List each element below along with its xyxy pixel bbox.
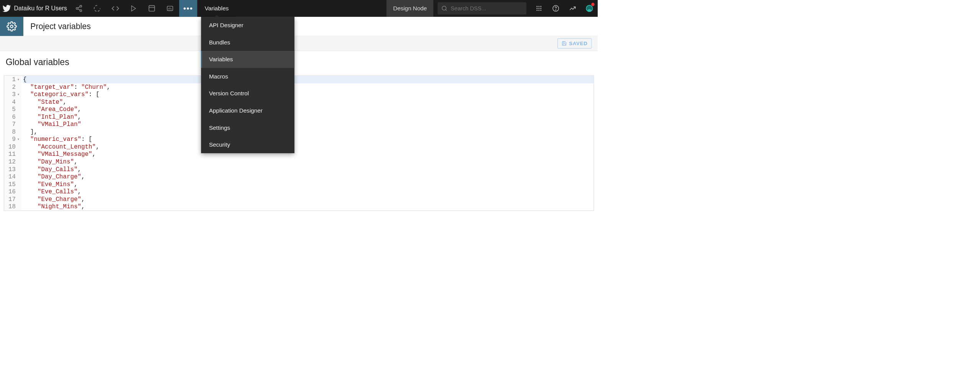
code-icon[interactable] [106, 0, 124, 17]
gutter-line: 18 [4, 203, 21, 211]
code-line[interactable]: "categoric_vars": [ [23, 91, 594, 98]
sub-header: Project variables [0, 17, 598, 36]
code-line[interactable]: "Eve_Calls", [23, 188, 594, 196]
gutter-line: 13 [4, 165, 21, 173]
code-line[interactable]: "VMail_Message", [23, 150, 594, 158]
gutter-line: 1▾ [4, 76, 21, 83]
gutter-line: 6 [4, 113, 21, 121]
flow-icon[interactable] [70, 0, 88, 17]
svg-point-23 [10, 25, 13, 28]
node-label[interactable]: Design Node [387, 0, 433, 17]
code-line[interactable]: "State", [23, 98, 594, 106]
save-icon [562, 41, 567, 46]
code-area[interactable]: { "target_var": "Churn", "categoric_vars… [21, 76, 594, 210]
gutter-line: 12 [4, 158, 21, 166]
breadcrumb-variables[interactable]: Variables [197, 0, 236, 17]
settings-gear-icon[interactable] [0, 17, 23, 36]
svg-point-17 [540, 8, 541, 9]
code-line[interactable]: "Day_Charge", [23, 173, 594, 181]
code-line[interactable]: "Day_Mins", [23, 158, 594, 166]
gutter-line: 15 [4, 181, 21, 188]
svg-point-18 [536, 10, 537, 11]
dropdown-item-bundles[interactable]: Bundles [201, 34, 294, 51]
search-box[interactable] [438, 2, 526, 15]
top-nav: Dataiku for R Users ••• Variables Design… [0, 0, 598, 17]
more-menu-icon[interactable]: ••• [179, 0, 198, 17]
code-line[interactable]: "Area_Code", [23, 106, 594, 113]
code-line[interactable]: "Night_Mins", [23, 203, 594, 211]
apps-grid-icon[interactable] [531, 0, 547, 17]
gutter-line: 7 [4, 121, 21, 128]
saved-label: SAVED [569, 40, 587, 46]
user-avatar-icon[interactable] [581, 0, 598, 17]
run-icon[interactable] [124, 0, 143, 17]
gutter-line: 8 [4, 128, 21, 136]
page-title: Project variables [23, 21, 98, 31]
svg-point-1 [76, 8, 78, 10]
gutter-line: 16 [4, 188, 21, 196]
code-line[interactable]: { [23, 76, 594, 83]
gutter-line: 4 [4, 98, 21, 106]
bird-logo-icon[interactable] [0, 4, 14, 13]
code-line[interactable]: "Day_Calls", [23, 165, 594, 173]
svg-point-13 [538, 6, 539, 7]
dropdown-item-security[interactable]: Security [201, 136, 294, 154]
dropdown-item-application-designer[interactable]: Application Designer [201, 102, 294, 119]
toolbar: SAVED [0, 36, 598, 51]
dropdown-item-settings[interactable]: Settings [201, 119, 294, 136]
code-line[interactable]: ], [23, 128, 594, 136]
tail-icons [531, 0, 598, 17]
notification-dot-icon [591, 3, 595, 6]
activity-icon[interactable] [564, 0, 581, 17]
dropdown-item-variables[interactable]: Variables [201, 51, 294, 68]
svg-point-14 [540, 6, 541, 7]
svg-point-16 [538, 8, 539, 9]
breadcrumb-label: Variables [205, 5, 229, 12]
svg-point-20 [540, 10, 541, 11]
gutter-line: 10 [4, 143, 21, 151]
dropdown-item-version-control[interactable]: Version Control [201, 85, 294, 102]
svg-point-15 [536, 8, 537, 9]
lifecycle-icon[interactable] [88, 0, 106, 17]
svg-marker-3 [131, 6, 136, 11]
svg-point-19 [538, 10, 539, 11]
code-line[interactable]: "Intl_Plan", [23, 113, 594, 121]
svg-point-12 [536, 6, 537, 7]
gutter-line: 14 [4, 173, 21, 181]
dashboard-icon[interactable] [143, 0, 161, 17]
gutter-line: 5 [4, 106, 21, 113]
gutter-line: 11 [4, 150, 21, 158]
search-icon [441, 5, 448, 11]
gutter-line: 3▾ [4, 91, 21, 98]
more-dropdown: API DesignerBundlesVariablesMacrosVersio… [201, 17, 294, 153]
project-name[interactable]: Dataiku for R Users [14, 5, 70, 12]
svg-point-22 [555, 10, 556, 10]
content: Global variables 1▾23▾456789▾10111213141… [0, 51, 598, 217]
code-line[interactable]: "target_var": "Churn", [23, 83, 594, 91]
gutter-line: 9▾ [4, 136, 21, 143]
code-line[interactable]: "Eve_Charge", [23, 196, 594, 203]
svg-line-11 [446, 10, 447, 11]
svg-point-2 [80, 10, 82, 11]
code-line[interactable]: "Eve_Mins", [23, 181, 594, 188]
svg-point-10 [442, 6, 446, 10]
gutter-line: 2 [4, 83, 21, 91]
gutter: 1▾23▾456789▾101112131415161718 [4, 76, 21, 210]
svg-point-0 [80, 5, 82, 7]
code-line[interactable]: "VMail_Plan" [23, 121, 594, 128]
insight-icon[interactable] [161, 0, 179, 17]
saved-badge: SAVED [557, 38, 592, 49]
search-input[interactable] [451, 5, 523, 11]
gutter-line: 17 [4, 196, 21, 203]
dropdown-item-macros[interactable]: Macros [201, 68, 294, 85]
svg-rect-4 [149, 6, 155, 11]
code-line[interactable]: "numeric_vars": [ [23, 136, 594, 143]
dropdown-item-api-designer[interactable]: API Designer [201, 17, 294, 34]
section-heading: Global variables [4, 57, 594, 67]
code-editor[interactable]: 1▾23▾456789▾101112131415161718 { "target… [4, 75, 594, 211]
help-icon[interactable] [547, 0, 564, 17]
code-line[interactable]: "Account_Length", [23, 143, 594, 151]
